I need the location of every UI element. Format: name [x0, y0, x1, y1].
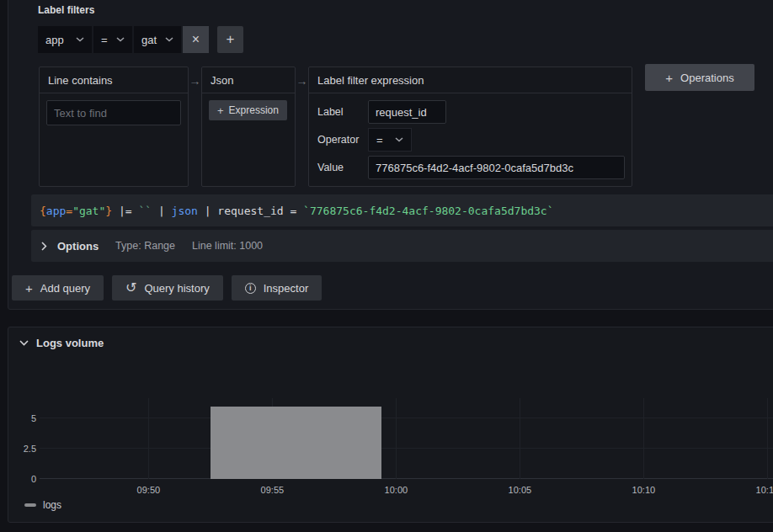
logs-volume-panel: Logs volume 02.55 09:5009:5510:0010:0510… [8, 327, 773, 523]
query-toolbar: + Add query ↺ Query history i Inspector [12, 275, 322, 301]
add-label-filter-button[interactable]: + [217, 26, 243, 53]
query-token-punct: { [40, 205, 46, 217]
x-tick-label: 10:15 [756, 485, 773, 495]
query-token-punct: } [105, 205, 112, 217]
logs-volume-chart: 02.55 09:5009:5510:0010:0510:1010:15 [8, 398, 773, 479]
value-field-input[interactable] [368, 156, 625, 179]
arrow-right-icon: → [189, 66, 201, 95]
query-token-string: "gat" [72, 205, 105, 217]
add-expression-label: Expression [229, 104, 279, 116]
x-gridline [643, 398, 644, 479]
arrow-right-icon: → [296, 66, 308, 95]
query-token-string: `776875c6-f4d2-4acf-9802-0cafa5d7bd3c` [303, 205, 553, 217]
add-expression-button[interactable]: + Expression [209, 100, 287, 120]
x-gridline [396, 398, 397, 479]
label-name-select[interactable]: app [38, 26, 92, 53]
label-operator-select[interactable]: = [93, 26, 132, 53]
field-label: Operator [316, 134, 368, 146]
add-query-button[interactable]: + Add query [12, 275, 104, 301]
label-field-input[interactable] [368, 100, 446, 124]
operator-field-select[interactable]: = [368, 128, 412, 152]
add-operation-label: Operations [680, 72, 734, 84]
query-token-plain: | [198, 205, 217, 217]
plus-icon: + [665, 71, 673, 85]
y-gridline [40, 448, 773, 449]
x-gridline [520, 398, 520, 479]
options-toggle[interactable]: Options Type: Range Line limit: 1000 [31, 230, 773, 262]
operation-title: Label filter expression [309, 67, 632, 93]
x-gridline [767, 398, 768, 479]
operation-card-line-contains: Line contains [39, 66, 189, 187]
query-token-plain: request_id = [217, 205, 303, 217]
x-tick-label: 10:10 [632, 485, 656, 495]
x-tick-label: 09:50 [137, 485, 161, 495]
query-history-button[interactable]: ↺ Query history [112, 275, 223, 301]
chevron-down-icon [165, 37, 173, 42]
x-tick-label: 10:00 [385, 485, 408, 495]
legend-swatch [24, 503, 36, 507]
info-icon: i [245, 283, 256, 294]
query-token-label: app [46, 205, 66, 217]
operator-field-value: = [376, 134, 383, 146]
close-icon: × [192, 33, 200, 46]
history-icon: ↺ [125, 281, 136, 295]
operation-card-json: Json + Expression [201, 66, 296, 187]
query-history-label: Query history [144, 282, 209, 295]
plus-icon: + [25, 281, 33, 295]
x-gridline [148, 398, 149, 479]
plus-icon: + [217, 104, 224, 117]
options-label: Options [57, 240, 99, 253]
field-label: Value [316, 162, 368, 173]
query-token-plain: | [152, 205, 171, 217]
query-token-backtick: `` [138, 205, 152, 217]
operation-title: Json [202, 67, 295, 93]
label-value-value: gat [141, 34, 157, 46]
y-gridline [40, 418, 773, 418]
text-to-find-input[interactable] [46, 100, 181, 125]
legend-label: logs [43, 499, 61, 511]
label-filters-row: app = gat × + [38, 26, 243, 53]
logs-volume-collapse[interactable]: Logs volume [19, 337, 104, 349]
operations-pipeline: Line contains → Json + Expression → Labe… [39, 66, 632, 187]
add-operation-button[interactable]: + Operations [645, 64, 754, 91]
legend-item[interactable]: logs [24, 499, 61, 511]
label-operator-value: = [101, 34, 108, 46]
field-label: Label [316, 106, 368, 118]
chevron-down-icon [76, 37, 84, 42]
label-value-select[interactable]: gat [134, 26, 181, 53]
options-type-summary: Type: Range [115, 240, 175, 252]
query-preview[interactable]: {app="gat"} |= `` | json | request_id = … [31, 194, 773, 226]
y-tick-label: 0 [31, 474, 36, 484]
query-token-punct: = [66, 205, 72, 217]
remove-label-filter-button[interactable]: × [183, 26, 209, 53]
x-tick-label: 10:05 [509, 485, 532, 495]
chevron-right-icon [41, 242, 47, 251]
chevron-down-icon [395, 137, 403, 142]
logs-volume-title: Logs volume [36, 337, 104, 349]
add-query-label: Add query [40, 282, 90, 295]
query-editor-panel: Label filters app = gat × + Line contain… [8, 0, 773, 310]
operation-title: Line contains [40, 67, 188, 93]
logs-volume-bar[interactable] [211, 407, 381, 479]
y-gridline [40, 478, 773, 479]
operation-card-label-filter-expression: Label filter expression Label Operator =… [308, 66, 632, 187]
inspector-label: Inspector [264, 282, 308, 295]
chevron-down-icon [19, 340, 29, 346]
options-line-limit-summary: Line limit: 1000 [192, 240, 263, 252]
label-filters-label: Label filters [38, 4, 94, 16]
chart-legend: logs [24, 499, 61, 511]
y-tick-label: 2.5 [24, 444, 36, 454]
y-tick-label: 5 [31, 413, 36, 423]
label-name-value: app [45, 34, 64, 46]
query-token-keyword: json [172, 205, 198, 217]
chevron-down-icon [116, 37, 125, 42]
inspector-button[interactable]: i Inspector [232, 275, 322, 301]
x-tick-label: 09:55 [261, 485, 285, 495]
logs-volume-plot[interactable]: 09:5009:5510:0010:0510:1010:15 [40, 398, 773, 479]
query-preview-code: {app="gat"} |= `` | json | request_id = … [40, 205, 554, 217]
y-axis: 02.55 [8, 398, 36, 479]
plus-icon: + [227, 31, 235, 48]
query-token-plain: |= [112, 205, 138, 217]
